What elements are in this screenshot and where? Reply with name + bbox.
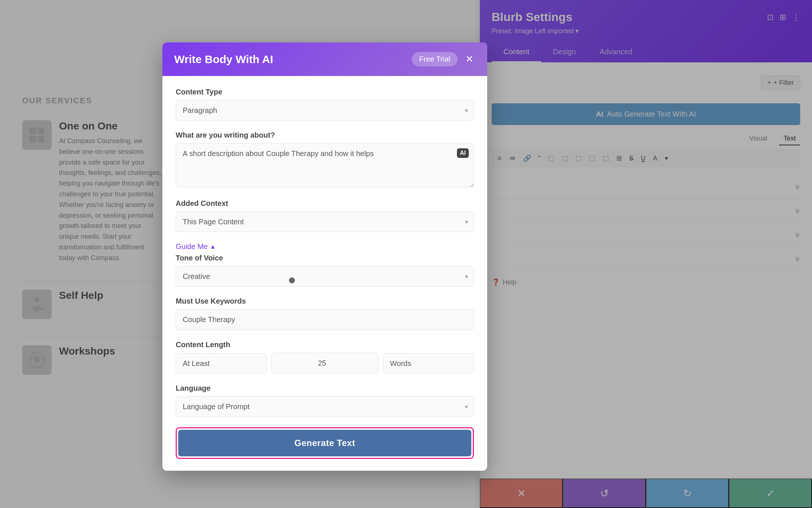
tone-of-voice-select-wrapper: Creative Professional Casual Formal (176, 266, 474, 287)
keywords-group: Must Use Keywords (176, 297, 474, 330)
content-length-row: At Least At Most Exactly Words Sentences… (176, 353, 474, 374)
tone-of-voice-select[interactable]: Creative Professional Casual Formal (176, 266, 474, 287)
guide-me-arrow: ▲ (210, 243, 216, 250)
added-context-label: Added Context (176, 199, 474, 208)
ai-modal-body: Content Type Paragraph Bullet Points Num… (162, 76, 487, 471)
writing-about-wrapper: A short description about Couple Therapy… (176, 143, 474, 189)
ai-modal-header-right: Free Trial ✕ (412, 52, 475, 66)
generate-btn-wrapper: Generate Text (176, 427, 474, 459)
content-type-select-wrapper: Paragraph Bullet Points Numbered List (176, 100, 474, 121)
ai-modal-close-button[interactable]: ✕ (464, 53, 475, 65)
writing-about-textarea[interactable]: A short description about Couple Therapy… (176, 143, 474, 187)
content-type-label: Content Type (176, 88, 474, 96)
content-length-words-select[interactable]: Words Sentences Paragraphs (383, 353, 474, 374)
tone-of-voice-label: Tone of Voice (176, 254, 474, 262)
language-label: Language (176, 384, 474, 393)
added-context-select-wrapper: This Page Content None Custom (176, 211, 474, 232)
content-length-group: Content Length At Least At Most Exactly … (176, 341, 474, 374)
content-type-group: Content Type Paragraph Bullet Points Num… (176, 88, 474, 121)
added-context-select[interactable]: This Page Content None Custom (176, 211, 474, 232)
guide-me-label: Guide Me (176, 242, 208, 251)
writing-about-group: What are you writing about? A short desc… (176, 131, 474, 189)
guide-me-link[interactable]: Guide Me ▲ (176, 242, 474, 251)
free-trial-badge: Free Trial (412, 52, 458, 66)
language-select-wrapper: Language of Prompt English Spanish Frenc… (176, 396, 474, 417)
keywords-label: Must Use Keywords (176, 297, 474, 305)
content-length-number-input[interactable] (271, 353, 379, 374)
content-type-select[interactable]: Paragraph Bullet Points Numbered List (176, 100, 474, 121)
ai-modal-header: Write Body With AI Free Trial ✕ (162, 42, 487, 76)
ai-icon-badge: AI (457, 148, 469, 158)
generate-text-button[interactable]: Generate Text (178, 430, 471, 456)
content-length-at-least-select[interactable]: At Least At Most Exactly (176, 353, 267, 374)
ai-modal-title: Write Body With AI (174, 53, 273, 66)
keywords-input[interactable] (176, 309, 474, 330)
ai-modal: Write Body With AI Free Trial ✕ Content … (162, 42, 487, 471)
writing-about-label: What are you writing about? (176, 131, 474, 139)
content-length-label: Content Length (176, 341, 474, 349)
language-select[interactable]: Language of Prompt English Spanish Frenc… (176, 396, 474, 417)
language-group: Language Language of Prompt English Span… (176, 384, 474, 417)
added-context-group: Added Context This Page Content None Cus… (176, 199, 474, 232)
tone-of-voice-group: Tone of Voice Creative Professional Casu… (176, 254, 474, 287)
